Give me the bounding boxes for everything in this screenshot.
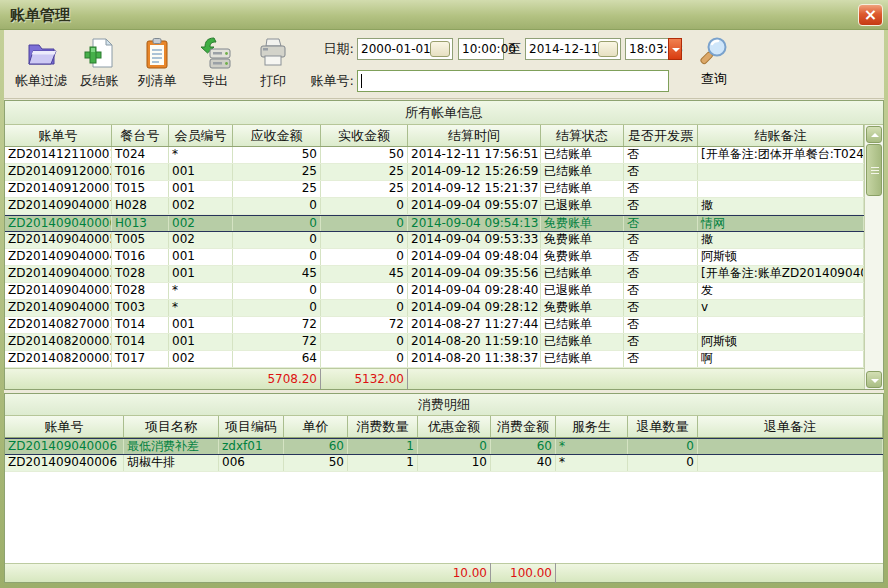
cell: 0 [628, 455, 698, 471]
cell: T016 [112, 164, 169, 180]
cell: 否 [624, 300, 698, 316]
time-dropdown-button[interactable] [668, 38, 682, 60]
cell: 撒 [698, 232, 864, 248]
cell: ZD201409040003 [5, 266, 112, 282]
column-header[interactable]: 结账备注 [698, 125, 864, 146]
toolbar-button-label: 列清单 [138, 72, 177, 90]
table-row[interactable]: ZD201409040003T02800145452014-09-04 09:3… [5, 266, 864, 283]
column-header[interactable]: 退单数量 [628, 416, 698, 437]
cell: 72 [233, 334, 321, 350]
date-to-input[interactable]: 2014-12-11 [525, 38, 621, 60]
bills-section-title: 所有帐单信息 [5, 101, 883, 125]
column-header[interactable]: 结算状态 [541, 125, 624, 146]
cell: 50 [233, 147, 321, 163]
search-button-label: 查询 [701, 70, 727, 88]
chevron-down-icon [672, 48, 680, 56]
column-header[interactable]: 账单号 [5, 125, 112, 146]
chevron-down-icon [871, 379, 879, 383]
column-header[interactable]: 单价 [284, 416, 348, 437]
table-row[interactable]: ZD201409040001T003*002014-09-04 09:28:12… [5, 300, 864, 317]
export-button[interactable]: 导出 [186, 34, 244, 94]
table-row[interactable]: ZD201408200003T0140017202014-08-20 11:59… [5, 334, 864, 351]
table-row[interactable]: ZD201412110001T024*50502014-12-11 17:56:… [5, 147, 864, 164]
search-button[interactable]: 查询 [688, 34, 740, 94]
calendar-button[interactable] [598, 41, 618, 57]
column-header[interactable]: 优惠金额 [418, 416, 491, 437]
column-header[interactable]: 餐台号 [112, 125, 169, 146]
column-header[interactable]: 会员编号 [169, 125, 233, 146]
cell: ZD201409120001 [5, 181, 112, 197]
text-caret [361, 74, 362, 88]
cell: 001 [169, 334, 233, 350]
cell: 已结账单 [541, 334, 624, 350]
column-header[interactable]: 结算时间 [408, 125, 541, 146]
cell: 0 [233, 300, 321, 316]
window: 账单管理 × 帐单过滤 [0, 0, 888, 588]
column-header[interactable]: 服务生 [556, 416, 628, 437]
cell: 2014-09-04 09:35:56 [408, 266, 541, 282]
column-header[interactable]: 消费金额 [491, 416, 556, 437]
table-row[interactable]: ZD201409040007H028002002014-09-04 09:55:… [5, 198, 864, 215]
scrollbar-thumb[interactable] [866, 144, 882, 196]
column-header[interactable]: 项目名称 [124, 416, 219, 437]
reverse-checkout-button[interactable]: 反结账 [70, 34, 128, 94]
details-panel: 消费明细 账单号项目名称项目编码单价消费数量优惠金额消费金额服务生退单数量退单备… [4, 393, 884, 583]
bill-number-row: 账单号: [304, 69, 669, 93]
column-header[interactable]: 消费数量 [348, 416, 418, 437]
cell: 否 [624, 317, 698, 333]
cell [698, 455, 883, 471]
cell: H028 [112, 198, 169, 214]
cell: 50 [284, 455, 348, 471]
cell: 72 [233, 317, 321, 333]
close-icon: × [864, 5, 877, 24]
cell: 45 [233, 266, 321, 282]
table-row[interactable]: ZD201408200002T0170026402014-08-20 11:38… [5, 351, 864, 368]
table-row[interactable]: ZD201409040004T016001002014-09-04 09:48:… [5, 249, 864, 266]
column-header[interactable]: 应收金额 [233, 125, 321, 146]
details-section-title: 消费明细 [5, 394, 883, 416]
column-header[interactable]: 账单号 [5, 416, 124, 437]
column-header[interactable]: 退单备注 [698, 416, 883, 437]
table-row[interactable]: ZD201409040002T028*002014-09-04 09:28:40… [5, 283, 864, 300]
cell: 否 [624, 181, 698, 197]
filter-folder-icon [24, 36, 58, 70]
close-button[interactable]: × [858, 4, 883, 26]
cell: 否 [624, 351, 698, 367]
cell: 撒 [698, 198, 864, 214]
time-from-input[interactable]: 10:00:00 [458, 38, 504, 60]
cell: 0 [233, 283, 321, 299]
date-from-input[interactable]: 2000-01-01 [357, 38, 453, 60]
table-row[interactable]: ZD201409120001T01500125252014-09-12 15:2… [5, 181, 864, 198]
column-header[interactable]: 是否开发票 [624, 125, 698, 146]
cell: 否 [624, 283, 698, 299]
cell: 阿斯顿 [698, 249, 864, 265]
cell: 001 [169, 164, 233, 180]
column-header[interactable]: 实收金额 [321, 125, 408, 146]
calendar-button[interactable] [430, 41, 450, 57]
table-row[interactable]: ZD201409040006最低消费补差zdxf01601060*0 [5, 438, 883, 455]
table-row[interactable]: ZD201409120002T01600125252014-09-12 15:2… [5, 164, 864, 181]
cell: 0 [321, 216, 408, 231]
table-row[interactable]: ZD201409040005T005002002014-09-04 09:53:… [5, 232, 864, 249]
cell: 0 [233, 216, 321, 231]
cell: 免费账单 [541, 249, 624, 265]
table-row[interactable]: ZD201408270001T01400172722014-08-27 11:2… [5, 317, 864, 334]
cell: * [169, 283, 233, 299]
vertical-scrollbar[interactable] [864, 125, 883, 389]
toolbar-button-label: 打印 [260, 72, 286, 90]
print-button[interactable]: 打印 [244, 34, 302, 94]
cell: ZD201408200003 [5, 334, 112, 350]
scrollbar-up-button[interactable] [866, 126, 882, 143]
cell: T015 [112, 181, 169, 197]
toolbar-button-strip: 帐单过滤 反结账 [12, 34, 302, 94]
scrollbar-down-button[interactable] [866, 371, 882, 388]
table-row[interactable]: ZD201409040006胡椒牛排0065011040*0 [5, 455, 883, 472]
table-row[interactable]: ZD201409040006H013002002014-09-04 09:54:… [5, 215, 864, 232]
bill-number-input[interactable] [357, 70, 669, 92]
cell: 0 [418, 439, 491, 454]
bill-filter-button[interactable]: 帐单过滤 [12, 34, 70, 94]
details-table-header: 账单号项目名称项目编码单价消费数量优惠金额消费金额服务生退单数量退单备注 [5, 416, 883, 438]
list-button[interactable]: 列清单 [128, 34, 186, 94]
column-header[interactable]: 项目编码 [219, 416, 284, 437]
time-to-input[interactable]: 18:03:33 [625, 38, 669, 60]
